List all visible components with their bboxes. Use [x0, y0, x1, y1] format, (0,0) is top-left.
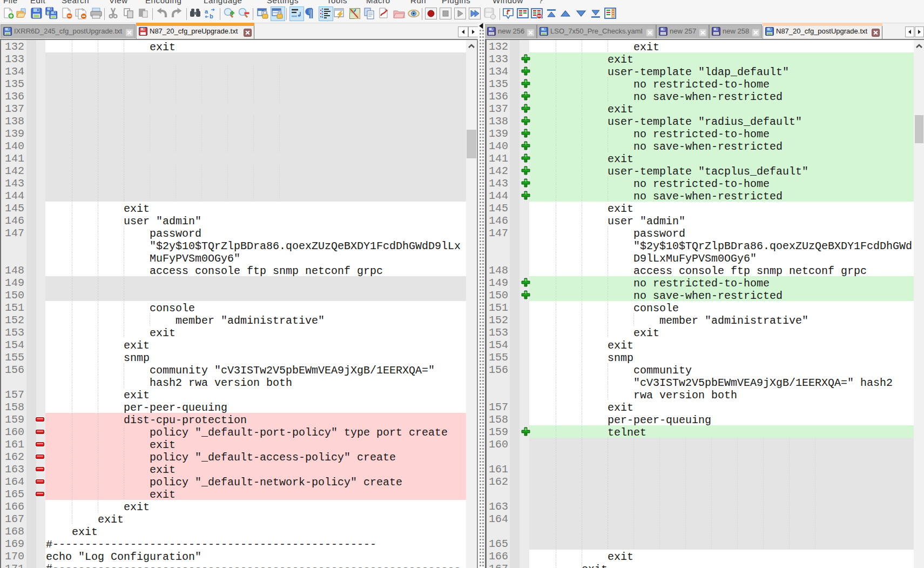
svg-text:1: 1: [506, 10, 509, 15]
svg-text:a: a: [205, 8, 208, 15]
svg-text:b: b: [210, 13, 213, 19]
